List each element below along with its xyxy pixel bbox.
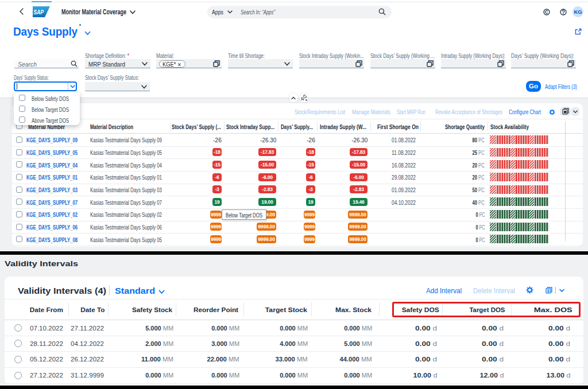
- svg-text:SAP: SAP: [33, 9, 44, 15]
